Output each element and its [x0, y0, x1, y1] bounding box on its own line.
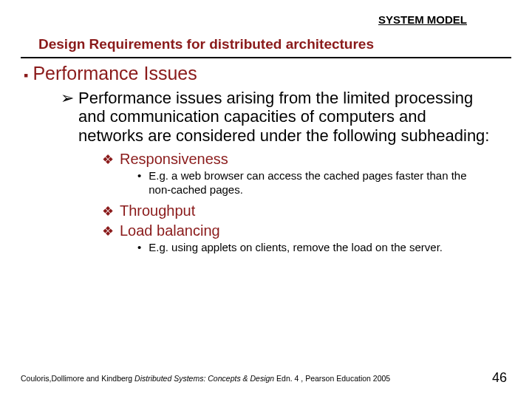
- dot-bullet-icon: •: [137, 169, 141, 197]
- page-number: 46: [492, 370, 507, 386]
- item-responsiveness: ❖ Responsiveness: [102, 151, 511, 168]
- square-bullet-icon: ▪: [24, 68, 28, 83]
- diamond-bullet-icon: ❖: [102, 151, 114, 168]
- citation-title: Distributed Systems: Concepts & Design: [134, 374, 274, 383]
- header-label: SYSTEM MODEL: [21, 13, 511, 26]
- item-throughput: ❖ Throughput: [102, 202, 511, 219]
- arrow-bullet-icon: ➢: [61, 89, 74, 145]
- slide-subtitle: Design Requirements for distributed arch…: [38, 36, 511, 52]
- example-loadbalancing: • E.g. using applets on clients, remove …: [137, 241, 511, 255]
- section-heading: ▪ Performance Issues: [24, 63, 511, 84]
- item-loadbalancing: ❖ Load balancing: [102, 222, 511, 239]
- example-text: E.g. using applets on clients, remove th…: [149, 241, 443, 255]
- dot-bullet-icon: •: [137, 241, 141, 255]
- intro-text: Performance issues arising from the limi…: [78, 89, 492, 145]
- citation-prefix: Couloris,Dollimore and Kindberg: [21, 374, 134, 383]
- item-label: Load balancing: [120, 222, 220, 239]
- footer-citation: Couloris,Dollimore and Kindberg Distribu…: [21, 374, 390, 383]
- section-title: Performance Issues: [33, 63, 197, 84]
- item-label: Responsiveness: [120, 151, 228, 168]
- diamond-bullet-icon: ❖: [102, 203, 114, 219]
- divider: [21, 57, 511, 58]
- citation-suffix: Edn. 4 , Pearson Education 2005: [274, 374, 390, 383]
- item-label: Throughput: [120, 202, 195, 219]
- intro-row: ➢ Performance issues arising from the li…: [61, 89, 511, 145]
- diamond-bullet-icon: ❖: [102, 223, 114, 239]
- example-text: E.g. a web browser can access the cached…: [149, 169, 474, 197]
- example-responsiveness: • E.g. a web browser can access the cach…: [137, 169, 511, 197]
